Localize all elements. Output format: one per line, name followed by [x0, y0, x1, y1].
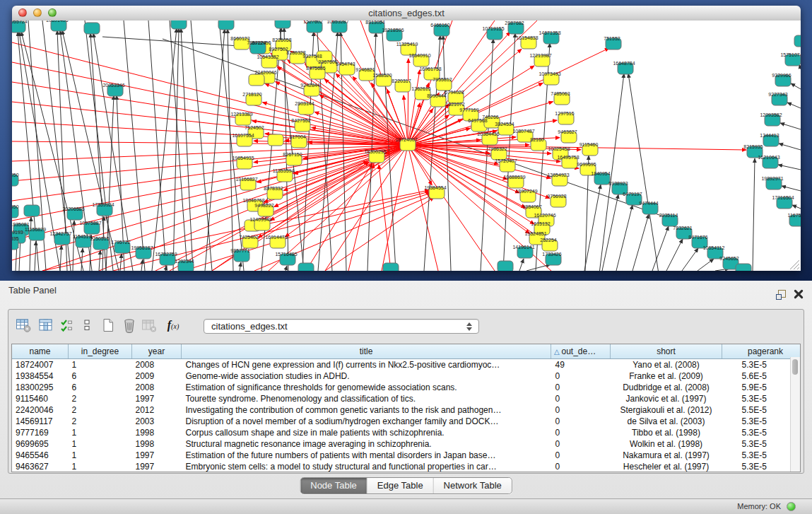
- graph-node-label: 9501535: [12, 236, 19, 241]
- table-cell: Hescheler et al. (1997): [611, 461, 722, 472]
- graph-node-label: 8215935: [743, 144, 763, 149]
- graph-node[interactable]: [218, 21, 234, 30]
- table-cell: 2008: [132, 382, 182, 393]
- table-cell: 5.3E-5: [722, 359, 801, 371]
- function-builder-button[interactable]: f(x): [161, 315, 185, 335]
- row-options-button[interactable]: [78, 315, 98, 335]
- table-row[interactable]: 2242004622012Investigating the contribut…: [12, 404, 801, 416]
- graph-node-label: 2887682: [505, 21, 524, 25]
- table-cell: 9465546: [12, 450, 69, 461]
- table-row[interactable]: 1938455462009Genome-wide association stu…: [12, 370, 801, 382]
- table-cell: 0: [551, 438, 611, 450]
- table-selector[interactable]: citations_edges.txt: [204, 319, 479, 334]
- graph-node-label: 1250515: [90, 236, 109, 241]
- table-cell: 1998: [132, 427, 182, 438]
- table-cell: 22420046: [12, 404, 69, 416]
- table-row[interactable]: 911546021997Tourette syndrome. Phenomeno…: [12, 393, 801, 404]
- graph-node[interactable]: [298, 263, 314, 271]
- graph-node[interactable]: [84, 23, 100, 34]
- table-cell: 49: [551, 359, 611, 371]
- table-cell: Yano et al. (2008): [611, 359, 722, 371]
- graph-node[interactable]: [275, 21, 290, 28]
- zoom-window-button[interactable]: [48, 8, 57, 17]
- table-cell: Estimation of significance thresholds fo…: [182, 382, 551, 393]
- graph-node-label: 8878332: [264, 186, 283, 191]
- graph-node-label: 20364436: [477, 132, 499, 136]
- graph-node-label: 19892971: [761, 176, 783, 181]
- window-titlebar[interactable]: citations_edges.txt: [12, 6, 801, 21]
- table-row[interactable]: 1830029562008Estimation of significance …: [12, 382, 801, 393]
- graph-node-label: 9146821: [355, 67, 375, 72]
- graph-node-label: 1154519: [73, 234, 92, 239]
- graph-node-label: 8990444: [427, 93, 446, 98]
- graph-node-label: 7857224: [247, 40, 266, 45]
- create-column-button[interactable]: [99, 315, 119, 335]
- graph-node[interactable]: [249, 74, 264, 86]
- table-cell: Jankovic et al. (1997): [611, 393, 722, 404]
- graph-node-label: 20891406: [46, 21, 68, 23]
- tab-network-table[interactable]: Network Table: [434, 478, 512, 493]
- close-window-button[interactable]: [18, 8, 27, 17]
- table-cell: 1: [69, 461, 132, 472]
- table-cell: Structural magnetic resonance image aver…: [182, 438, 551, 450]
- minimize-window-button[interactable]: [33, 8, 42, 17]
- table-cell: 9115460: [12, 393, 69, 404]
- graph-node-label: 18724007: [395, 137, 417, 142]
- float-panel-icon[interactable]: [776, 290, 787, 300]
- column-header-name[interactable]: name: [12, 344, 69, 359]
- table-row[interactable]: 1872400712008Changes of HCN gene express…: [12, 359, 801, 371]
- graph-node-label: 16107554: [232, 133, 254, 138]
- table-cell: Dudbridge et al. (2008): [611, 382, 722, 393]
- table-row[interactable]: 969969511998Structural magnetic resonanc…: [12, 438, 801, 450]
- column-header-year[interactable]: year: [132, 344, 182, 359]
- table-row[interactable]: 1456911722003Disruption of a novel membe…: [12, 416, 801, 427]
- table-cell: 19384554: [12, 370, 69, 382]
- table-scrollbar[interactable]: [790, 357, 800, 472]
- column-header-out_degree[interactable]: △ out_de…: [551, 344, 611, 359]
- table-row[interactable]: 977716911998Corpus callosum shape and si…: [12, 427, 801, 438]
- network-canvas[interactable]: 1872400786601238912955822605889275021054…: [12, 21, 801, 271]
- table-panel: Table Panel: [0, 281, 812, 498]
- table-cell: Investigating the contribution of common…: [182, 404, 551, 416]
- close-panel-icon[interactable]: [794, 289, 804, 299]
- graph-node-label: 9242844: [300, 83, 319, 88]
- graph-node-label: 19524851: [524, 231, 546, 236]
- graph-node-label: 9329966: [772, 73, 791, 78]
- graph-node[interactable]: [171, 21, 187, 29]
- graph-node-label: 2803144: [295, 101, 314, 106]
- tab-edge-table[interactable]: Edge Table: [367, 478, 434, 493]
- graph-node[interactable]: [383, 263, 399, 271]
- delete-column-button[interactable]: [120, 315, 140, 335]
- table-cell: 9777169: [12, 427, 69, 438]
- table-row[interactable]: 946362711997Embryonic stem cells: a mode…: [12, 461, 801, 472]
- delete-table-button[interactable]: [140, 315, 160, 335]
- graph-node-label: 16648784: [613, 61, 635, 66]
- table-options-button[interactable]: [14, 315, 34, 335]
- table-cell: Tourette syndrome. Phenomenology and cla…: [182, 393, 551, 404]
- column-header-title[interactable]: title: [182, 344, 551, 359]
- tab-node-table[interactable]: Node Table: [300, 478, 367, 493]
- column-header-in_degree[interactable]: in_degree: [69, 344, 132, 359]
- graph-node[interactable]: [498, 261, 513, 271]
- graph-node-label: 11325419: [396, 42, 418, 47]
- graph-node[interactable]: [794, 35, 801, 47]
- graph-node-label: 1292344: [175, 259, 194, 264]
- table-row[interactable]: 946554611997Estimation of the future num…: [12, 450, 801, 461]
- scrollbar-thumb[interactable]: [792, 359, 798, 375]
- graph-node[interactable]: [268, 134, 283, 146]
- graph-node-label: 2718120: [242, 92, 261, 97]
- table-cell: 5.5E-5: [722, 404, 801, 416]
- column-header-pagerank[interactable]: pagerank: [722, 344, 801, 359]
- select-columns-button[interactable]: [58, 315, 78, 335]
- graph-node-label: 82160: [530, 137, 544, 142]
- column-header-short[interactable]: short: [611, 344, 722, 359]
- memory-ok-led[interactable]: [787, 502, 796, 511]
- table-cell: 6: [69, 382, 132, 393]
- table-cell: 0: [551, 450, 611, 461]
- graph-node-label: 18907249: [515, 189, 537, 194]
- graph-node[interactable]: [736, 264, 751, 271]
- graph-node-label: 8454743: [336, 62, 355, 66]
- column-visibility-button[interactable]: [37, 315, 57, 335]
- graph-node[interactable]: [24, 205, 40, 216]
- table-cell: 2009: [132, 370, 182, 382]
